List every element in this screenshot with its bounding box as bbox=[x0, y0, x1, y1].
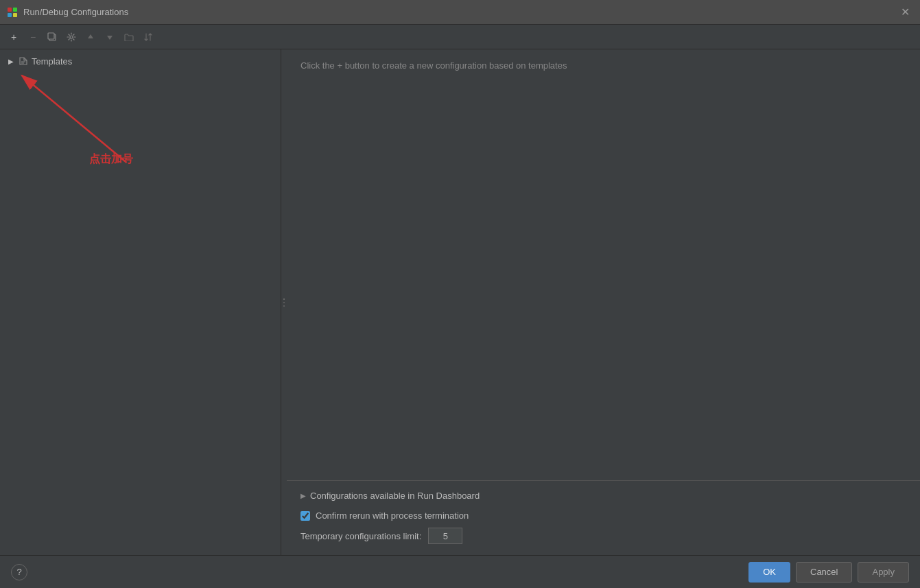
temp-limit-input[interactable] bbox=[428, 528, 462, 544]
dashboard-collapsible[interactable]: ▶ Configurations available in Run Dashbo… bbox=[300, 488, 906, 504]
hint-text: Click the + button to create a new confi… bbox=[300, 60, 906, 71]
move-down-button[interactable] bbox=[102, 29, 118, 45]
cancel-button[interactable]: Cancel bbox=[796, 562, 852, 583]
templates-label: Templates bbox=[32, 56, 72, 67]
copy-button[interactable] bbox=[44, 29, 60, 45]
config-tree: ▶ Templates bbox=[0, 49, 281, 555]
settings-button[interactable] bbox=[63, 29, 80, 45]
confirm-rerun-label[interactable]: Confirm rerun with process termination bbox=[316, 510, 469, 521]
confirm-rerun-checkbox[interactable] bbox=[300, 511, 310, 521]
sidebar: ▶ Templates bbox=[0, 49, 281, 555]
footer: ? OK Cancel Apply bbox=[0, 555, 920, 588]
dashboard-arrow-icon: ▶ bbox=[300, 492, 306, 499]
svg-rect-0 bbox=[8, 8, 12, 12]
bottom-section: ▶ Configurations available in Run Dashbo… bbox=[287, 480, 920, 555]
toolbar: + − bbox=[0, 25, 920, 49]
app-icon bbox=[7, 7, 18, 18]
templates-item[interactable]: ▶ Templates bbox=[0, 52, 281, 70]
svg-rect-1 bbox=[13, 8, 17, 12]
tree-arrow: ▶ bbox=[5, 56, 16, 67]
svg-point-6 bbox=[70, 36, 73, 38]
right-panel: Click the + button to create a new confi… bbox=[287, 49, 920, 555]
main-content: ▶ Templates bbox=[0, 49, 920, 555]
svg-rect-3 bbox=[13, 13, 17, 17]
templates-icon bbox=[18, 56, 29, 67]
dashboard-label: Configurations available in Run Dashboar… bbox=[310, 491, 480, 501]
resize-handle[interactable] bbox=[281, 49, 287, 555]
add-button[interactable]: + bbox=[5, 29, 22, 45]
remove-button[interactable]: − bbox=[25, 29, 41, 45]
folder-button[interactable] bbox=[121, 29, 137, 45]
apply-button[interactable]: Apply bbox=[858, 562, 909, 583]
window-title: Run/Debug Configurations bbox=[23, 7, 897, 17]
ok-button[interactable]: OK bbox=[748, 562, 790, 583]
svg-rect-2 bbox=[8, 13, 12, 17]
temp-limit-label: Temporary configurations limit: bbox=[300, 531, 421, 541]
confirm-rerun-row: Confirm rerun with process termination bbox=[300, 510, 906, 521]
footer-right: OK Cancel Apply bbox=[748, 562, 909, 583]
sort-button[interactable] bbox=[140, 29, 156, 45]
footer-left: ? bbox=[11, 564, 27, 580]
svg-rect-5 bbox=[48, 33, 54, 39]
title-bar: Run/Debug Configurations ✕ bbox=[0, 0, 920, 25]
close-button[interactable]: ✕ bbox=[897, 4, 913, 21]
move-up-button[interactable] bbox=[82, 29, 99, 45]
help-button[interactable]: ? bbox=[11, 564, 27, 580]
temp-limit-row: Temporary configurations limit: bbox=[300, 528, 906, 544]
right-content: Click the + button to create a new confi… bbox=[287, 49, 920, 480]
